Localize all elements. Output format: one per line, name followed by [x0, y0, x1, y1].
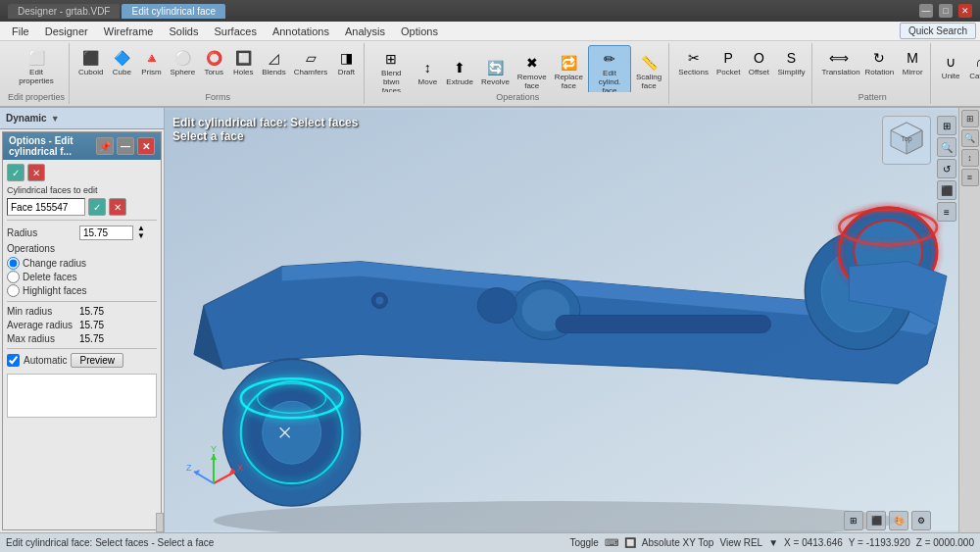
svg-text:Y: Y [211, 444, 217, 454]
op3-radio[interactable] [7, 284, 20, 297]
menu-options[interactable]: Options [393, 24, 446, 39]
svg-line-30 [214, 472, 235, 483]
rt-btn-1[interactable]: ⊞ [961, 110, 979, 127]
toolbar-group-operations: ⊞Blendbtwn faces ↕Move ⬆Extrude 🔄Revolve… [367, 43, 669, 104]
separator-2 [7, 301, 157, 302]
rt-btn-3[interactable]: ↕ [961, 149, 979, 167]
face-input[interactable] [7, 198, 85, 216]
snap-icon: 🔲 [624, 537, 636, 548]
dynamic-arrow-icon[interactable]: ▼ [51, 114, 60, 124]
toggle-btn[interactable]: Toggle [569, 537, 598, 548]
tb-torus[interactable]: ⭕Torus [200, 45, 227, 79]
empty-preview-area [7, 374, 157, 418]
tb-prism[interactable]: 🔺Prism [137, 45, 165, 79]
menu-file[interactable]: File [4, 24, 37, 39]
tb-scaling-face[interactable]: 📏Scalingface [633, 50, 664, 92]
tb-mirror[interactable]: MMirror [899, 45, 926, 79]
tb-rotation[interactable]: ↻Rotation [861, 45, 897, 79]
canvas-rt-btn-4[interactable]: ⬛ [937, 180, 956, 200]
canvas-rt-btn-5[interactable]: ≡ [937, 202, 956, 222]
op1-row: Change radius [7, 257, 157, 270]
cb-settings-btn[interactable]: ⚙ [911, 511, 931, 530]
tb-remove-face[interactable]: ✖Removeface [514, 50, 550, 92]
radius-label: Radius [7, 227, 75, 238]
menu-bar: File Designer Wireframe Solids Surfaces … [0, 22, 980, 41]
rt-btn-4[interactable]: ≡ [961, 169, 979, 186]
svg-text:X: X [237, 463, 243, 473]
tb-sphere[interactable]: ⚪Sphere [167, 45, 198, 79]
automatic-checkbox[interactable] [7, 354, 20, 367]
options-pin-btn[interactable]: 📌 [96, 137, 114, 155]
canvas-rt-btn-2[interactable]: 🔍 [937, 137, 956, 157]
dynamic-bar[interactable]: Dynamic ▼ [0, 108, 164, 129]
canvas-rt-btn-3[interactable]: ↺ [937, 159, 956, 178]
tb-replace-face[interactable]: 🔁Replaceface [552, 50, 586, 92]
options-panel: Options - Edit cylindrical f... 📌 — ✕ ✓ … [2, 131, 162, 530]
menu-analysis[interactable]: Analysis [337, 24, 393, 39]
simplify-icon: S [780, 47, 802, 69]
options-minimize-btn[interactable]: — [117, 137, 134, 155]
tab-edit-cylindrical[interactable]: Edit cylindrical face [122, 4, 225, 19]
radius-down-btn[interactable]: ▼ [137, 232, 145, 240]
cavity-icon: ∩ [969, 51, 980, 73]
tb-pocket[interactable]: PPocket [713, 45, 743, 79]
canvas-area[interactable]: Edit cylindrical face: Select faces Sele… [165, 108, 958, 532]
tb-unite[interactable]: ∪Unite [937, 49, 964, 83]
cb-grid-btn[interactable]: ⊞ [844, 511, 863, 530]
tb-blends[interactable]: ◿Blends [259, 45, 288, 79]
tb-cuboid[interactable]: ⬛Cuboid [75, 45, 106, 79]
tb-move[interactable]: ↕Move [414, 55, 441, 89]
options-close-btn[interactable]: ✕ [137, 137, 155, 155]
toolbar-group-operations-label: Operations [496, 92, 539, 102]
op2-radio[interactable] [7, 271, 20, 283]
tb-translation[interactable]: ⟺Translation [818, 45, 859, 79]
tb-edit-properties[interactable]: ⬜ Editproperties [16, 45, 57, 88]
tb-simplify[interactable]: SSimplify [774, 45, 808, 79]
op1-radio[interactable] [7, 257, 20, 270]
options-title: Options - Edit cylindrical f... [9, 135, 96, 157]
close-button[interactable]: ✕ [958, 4, 972, 18]
minimize-button[interactable]: — [919, 4, 933, 18]
cancel-button[interactable]: ✕ [27, 164, 45, 181]
menu-solids[interactable]: Solids [162, 24, 207, 39]
cb-solid-btn[interactable]: ⬛ [866, 511, 886, 530]
radius-input[interactable] [79, 226, 133, 240]
canvas-bottom-bar: ⊞ ⬛ 🎨 ⚙ [844, 511, 931, 530]
tb-draft[interactable]: ◨Draft [332, 45, 360, 79]
tb-revolve[interactable]: 🔄Revolve [478, 55, 513, 89]
toolbar-group-forms: ⬛Cuboid 🔷Cube 🔺Prism ⚪Sphere ⭕Torus 🔲Hol… [72, 43, 365, 104]
title-bar-controls: — □ ✕ [919, 4, 972, 18]
tb-offset[interactable]: OOffset [745, 45, 772, 79]
title-bar-tabs: Designer - grtab.VDF Edit cylindrical fa… [8, 4, 225, 19]
tb-edit-properties-label: Editproperties [19, 69, 54, 86]
offset-icon: O [748, 47, 769, 69]
menu-designer[interactable]: Designer [37, 24, 96, 39]
confirm-button[interactable]: ✓ [7, 164, 24, 181]
canvas-rt-btn-1[interactable]: ⊞ [937, 116, 956, 135]
tb-cavity[interactable]: ∩Cavity [966, 49, 980, 83]
blend-between-icon: ⊞ [380, 48, 402, 70]
left-scrollbar[interactable] [156, 513, 164, 532]
face-add-btn[interactable]: ✓ [88, 198, 106, 216]
keyboard-icon: ⌨ [605, 537, 618, 548]
tb-holes[interactable]: 🔲Holes [229, 45, 257, 79]
tb-edit-cylindrical[interactable]: ✏ Edit cylind.face [588, 45, 631, 92]
tb-chamfers[interactable]: ▱Chamfers [291, 45, 331, 79]
tb-sections[interactable]: ✂Sections [675, 45, 711, 79]
svg-marker-34 [211, 454, 217, 460]
tb-extrude[interactable]: ⬆Extrude [443, 55, 476, 89]
automatic-preview-row: Automatic Preview [7, 353, 157, 368]
menu-annotations[interactable]: Annotations [265, 24, 337, 39]
nav-cube[interactable]: Top [882, 116, 931, 165]
tab-designer[interactable]: Designer - grtab.VDF [8, 4, 120, 19]
face-remove-btn[interactable]: ✕ [109, 198, 126, 216]
rt-btn-2[interactable]: 🔍 [961, 129, 979, 147]
maximize-button[interactable]: □ [939, 4, 953, 18]
tb-cube[interactable]: 🔷Cube [108, 45, 135, 79]
quick-search[interactable]: Quick Search [900, 23, 976, 39]
menu-surfaces[interactable]: Surfaces [206, 24, 264, 39]
preview-button[interactable]: Preview [71, 353, 123, 368]
menu-wireframe[interactable]: Wireframe [96, 24, 162, 39]
cb-color-btn[interactable]: 🎨 [889, 511, 908, 530]
tb-blend-between[interactable]: ⊞Blendbtwn faces [370, 46, 412, 92]
